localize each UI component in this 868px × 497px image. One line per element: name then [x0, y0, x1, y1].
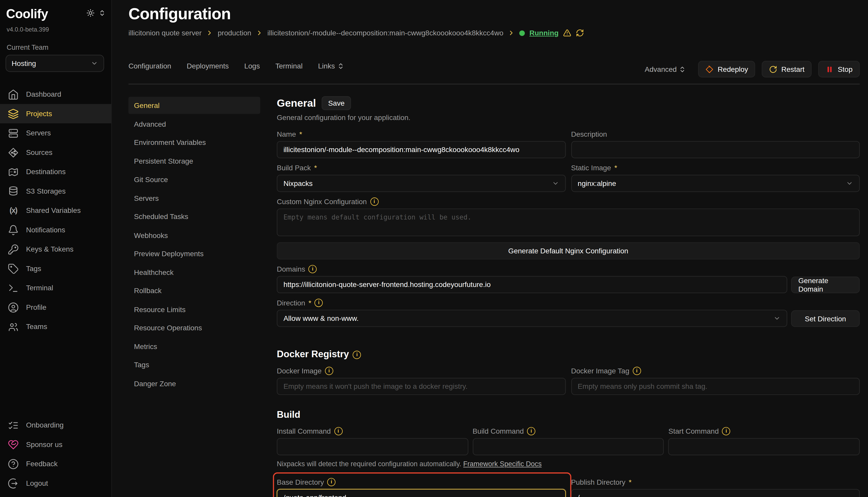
sidebar-item-notifications[interactable]: Notifications [0, 220, 111, 239]
subnav-resource-limits[interactable]: Resource Limits [128, 301, 260, 318]
subnav-scheduled-tasks[interactable]: Scheduled Tasks [128, 208, 260, 225]
redeploy-button[interactable]: Redeploy [698, 61, 755, 77]
info-icon [353, 350, 361, 358]
sidebar-item-terminal[interactable]: Terminal [0, 278, 111, 297]
domains-input[interactable] [277, 276, 787, 293]
subnav-advanced[interactable]: Advanced [128, 115, 260, 132]
chevron-down-icon [773, 315, 781, 322]
sidebar-item-feedback[interactable]: Feedback [0, 454, 111, 473]
sidebar-item-servers[interactable]: Servers [0, 123, 111, 143]
bell-icon [8, 224, 19, 236]
subnav-metrics[interactable]: Metrics [128, 338, 260, 355]
sidebar-item-sources[interactable]: Sources [0, 143, 111, 162]
build-command-input[interactable] [472, 438, 664, 455]
subnav-git-source[interactable]: Git Source [128, 171, 260, 188]
section-title: General [277, 97, 316, 109]
subnav-general[interactable]: General [128, 97, 260, 114]
start-command-input[interactable] [668, 438, 860, 455]
theme-selector-icon[interactable] [99, 10, 106, 17]
subnav-persistent-storage[interactable]: Persistent Storage [128, 152, 260, 170]
refresh-status-icon[interactable] [576, 29, 584, 37]
app-logo[interactable]: Coolify [6, 7, 48, 22]
generate-domain-button[interactable]: Generate Domain [791, 277, 859, 293]
warning-icon[interactable] [563, 29, 571, 37]
install-command-input[interactable] [277, 438, 468, 455]
tab-links[interactable]: Links [318, 62, 344, 70]
sidebar-item-projects[interactable]: Projects [0, 104, 111, 123]
stop-icon [826, 65, 834, 73]
sidebar-item-profile[interactable]: Profile [0, 297, 111, 317]
save-button[interactable]: Save [321, 96, 352, 110]
chevron-down-icon [552, 180, 559, 187]
install-command-label: Install Command [277, 427, 468, 435]
sidebar-item-teams[interactable]: Teams [0, 317, 111, 336]
users-icon [8, 321, 19, 332]
breadcrumb-environment[interactable]: production [218, 29, 251, 37]
required-asterisk: * [314, 164, 317, 172]
database-icon [8, 186, 19, 197]
breadcrumb-application[interactable]: illicitestonion/-module--decomposition:m… [267, 29, 504, 37]
sidebar-item-dashboard[interactable]: Dashboard [0, 85, 111, 104]
generate-nginx-button[interactable]: Generate Default Nginx Configuration [277, 242, 860, 259]
build-pack-select[interactable]: Nixpacks [277, 175, 566, 192]
docker-image-label: Docker Image [277, 367, 566, 375]
docker-image-input[interactable] [277, 378, 566, 395]
base-directory-label: Base Directory [277, 478, 566, 486]
name-input[interactable] [277, 141, 566, 158]
base-directory-input[interactable] [277, 489, 566, 497]
sidebar-item-tags[interactable]: Tags [0, 259, 111, 278]
framework-docs-link[interactable]: Framework Specific Docs [463, 460, 542, 468]
theme-sun-icon[interactable] [86, 9, 94, 17]
sidebar-item-sponsor[interactable]: Sponsor us [0, 435, 111, 454]
direction-select[interactable]: Allow www & non-www. [277, 310, 787, 327]
subnav-healthcheck[interactable]: Healthcheck [128, 264, 260, 281]
subnav-danger-zone[interactable]: Danger Zone [128, 375, 260, 392]
description-label: Description [571, 130, 860, 138]
breadcrumb-project[interactable]: illicitonion quote server [128, 29, 202, 37]
chevron-right-icon [206, 29, 213, 37]
user-icon [8, 302, 19, 313]
sidebar-item-onboarding[interactable]: Onboarding [0, 415, 111, 435]
git-source-icon [8, 147, 19, 158]
stop-button[interactable]: Stop [818, 61, 860, 77]
subnav-resource-operations[interactable]: Resource Operations [128, 319, 260, 337]
sidebar-item-shared-variables[interactable]: (x) Shared Variables [0, 201, 111, 220]
tab-deployments[interactable]: Deployments [187, 62, 229, 70]
sidebar-item-label: Servers [26, 129, 51, 137]
nginx-config-label: Custom Nginx Configuration [277, 197, 860, 206]
tab-configuration[interactable]: Configuration [128, 62, 171, 70]
sidebar-item-label: Teams [26, 323, 47, 331]
sidebar-item-logout[interactable]: Logout [0, 473, 111, 493]
team-select[interactable]: Hosting [6, 55, 104, 72]
subnav-environment-variables[interactable]: Environment Variables [128, 134, 260, 151]
tab-terminal[interactable]: Terminal [275, 62, 303, 70]
build-command-label: Build Command [472, 427, 664, 435]
settings-subnav: General Advanced Environment Variables P… [128, 85, 260, 392]
subnav-webhooks[interactable]: Webhooks [128, 226, 260, 244]
info-icon [325, 367, 333, 375]
publish-directory-input[interactable] [571, 489, 860, 497]
tab-logs[interactable]: Logs [244, 62, 260, 70]
subnav-rollback[interactable]: Rollback [128, 282, 260, 299]
description-input[interactable] [571, 141, 860, 158]
advanced-dropdown[interactable]: Advanced [645, 65, 686, 73]
subnav-tags[interactable]: Tags [128, 356, 260, 373]
restart-button[interactable]: Restart [762, 61, 812, 77]
sidebar-item-keys-tokens[interactable]: Keys & Tokens [0, 240, 111, 259]
sidebar: Coolify v4.0.0-beta.399 Current Team Hos… [0, 0, 112, 497]
sidebar-item-label: Sources [26, 148, 52, 156]
static-image-select[interactable]: nginx:alpine [571, 175, 860, 192]
team-select-value: Hosting [12, 59, 36, 68]
info-icon [334, 427, 342, 435]
sidebar-nav: Dashboard Projects Servers Sources Desti… [0, 85, 111, 336]
nginx-config-textarea[interactable] [277, 209, 860, 236]
sidebar-item-s3-storages[interactable]: S3 Storages [0, 181, 111, 201]
status-running-link[interactable]: Running [529, 29, 559, 37]
subnav-servers[interactable]: Servers [128, 189, 260, 207]
redeploy-icon [705, 65, 714, 73]
docker-image-tag-input[interactable] [571, 378, 860, 395]
set-direction-button[interactable]: Set Direction [791, 310, 859, 327]
sidebar-item-destinations[interactable]: Destinations [0, 162, 111, 181]
required-asterisk: * [308, 299, 311, 307]
subnav-preview-deployments[interactable]: Preview Deployments [128, 245, 260, 262]
